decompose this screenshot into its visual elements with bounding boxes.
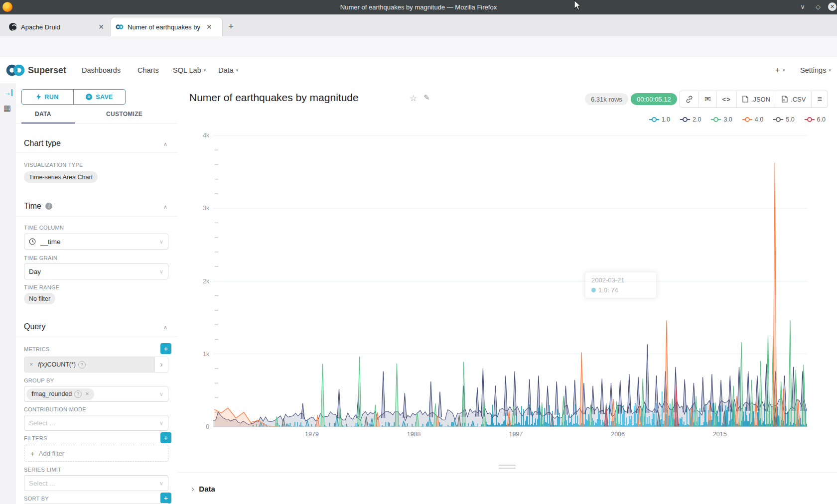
window-maximize-button[interactable]: ◇ [814, 2, 823, 11]
time-column-select[interactable]: __time ∨ [24, 234, 168, 250]
new-tab-button[interactable]: + [228, 21, 234, 32]
tooltip-series-dot [591, 288, 596, 292]
email-button[interactable]: ✉ [699, 91, 717, 107]
section-query: Query [24, 322, 46, 331]
export-button-group: ✉ <> .JSON .CSV ≡ [680, 91, 828, 108]
tab-customize[interactable]: CUSTOMIZE [106, 111, 142, 118]
superset-brand[interactable]: Superset [28, 57, 66, 83]
collapse-chevron-icon[interactable]: ∧ [163, 141, 167, 147]
series-limit-label: SERIES LIMIT [24, 467, 61, 473]
section-time: Time i [24, 202, 52, 211]
svg-text:1k: 1k [203, 351, 210, 358]
time-column-label: TIME COLUMN [24, 225, 64, 231]
dataset-grid-icon[interactable]: ▦ [3, 103, 11, 113]
export-csv-button[interactable]: .CSV [776, 91, 812, 107]
lightning-icon [36, 94, 41, 100]
plus-icon: + [30, 449, 35, 458]
group-by-chip[interactable]: f mag_rounded ? × [26, 388, 94, 400]
collapse-chevron-icon[interactable]: ∧ [163, 324, 167, 331]
remove-metric-icon[interactable]: × [29, 361, 33, 368]
viz-type-value[interactable]: Time-series Area Chart [24, 171, 98, 183]
add-filter-box[interactable]: + Add filter [24, 445, 168, 462]
pane-drag-handle[interactable] [499, 465, 516, 466]
help-icon: ? [78, 361, 86, 369]
link-icon [686, 96, 693, 103]
copy-link-button[interactable] [680, 91, 699, 107]
edit-title-icon[interactable]: ✎ [423, 93, 430, 102]
run-save-group: RUN + SAVE [21, 89, 126, 105]
remove-chip-icon[interactable]: × [85, 390, 89, 397]
pane-drag-handle[interactable] [499, 468, 516, 469]
file-icon [742, 96, 748, 103]
chart-menu-button[interactable]: ≡ [812, 91, 827, 107]
section-chart-type: Chart type [24, 139, 61, 148]
svg-text:1997: 1997 [509, 431, 523, 438]
time-range-label: TIME RANGE [24, 284, 59, 290]
svg-text:2006: 2006 [611, 431, 625, 438]
svg-text:2015: 2015 [713, 431, 727, 438]
window-close-button[interactable]: ✕ [828, 2, 837, 11]
run-button[interactable]: RUN [22, 90, 74, 104]
tab-close-icon[interactable]: ✕ [98, 23, 104, 31]
code-icon: <> [722, 96, 731, 103]
nav-settings[interactable]: Settings▾ [800, 57, 831, 83]
svg-text:1988: 1988 [407, 431, 421, 438]
add-metric-button[interactable]: + [160, 343, 171, 354]
query-timer-badge: 00:00:05.12 [631, 93, 677, 105]
nav-data[interactable]: Data▾ [218, 57, 238, 83]
metric-item[interactable]: × f(x) COUNT(*) ? › [24, 357, 168, 373]
chart-tooltip: 2002-03-21 1.0: 74 [585, 272, 656, 298]
time-range-value[interactable]: No filter [24, 293, 55, 304]
window-minimize-button[interactable]: ∨ [798, 2, 807, 11]
window-title: Numer of earthquakes by magnitude — Mozi… [0, 3, 837, 11]
group-by-select[interactable]: f mag_rounded ? × ∨ [24, 386, 168, 402]
tooltip-date: 2002-03-21 [591, 276, 650, 284]
metrics-label: METRICS [24, 346, 50, 352]
caret-down-icon: ▾ [204, 68, 206, 73]
time-grain-select[interactable]: Day ∨ [24, 263, 168, 279]
envelope-icon: ✉ [704, 95, 711, 104]
contribution-mode-select[interactable]: Select ... ∨ [24, 415, 168, 431]
nav-plus-button[interactable]: +▾ [775, 57, 785, 83]
nav-dashboards[interactable]: Dashboards [82, 57, 121, 83]
expand-datasource-icon[interactable]: → [4, 89, 12, 96]
add-filter-plus-button[interactable]: + [160, 432, 171, 443]
active-tab-underline [21, 123, 75, 124]
sort-by-label: SORT BY [24, 496, 49, 502]
mouse-cursor [574, 0, 581, 11]
control-panel: RUN + SAVE DATA CUSTOMIZE Chart type ∧ V… [16, 83, 178, 504]
caret-down-icon: ▾ [829, 68, 831, 73]
collapse-chevron-icon[interactable]: ∧ [163, 204, 167, 210]
metric-expand-caret[interactable]: › [154, 357, 168, 372]
fx-icon: f(x) [38, 361, 47, 368]
tab-superset-active[interactable]: Numer of earthquakes by ✕ [111, 17, 222, 36]
svg-text:0: 0 [206, 423, 209, 430]
file-icon [782, 96, 788, 103]
group-by-label: GROUP BY [24, 378, 54, 383]
svg-text:4k: 4k [203, 132, 210, 139]
chart-title: Numer of earthquakes by magnitude [189, 92, 359, 104]
export-json-button[interactable]: .JSON [737, 91, 776, 107]
tab-close-icon[interactable]: ✕ [206, 23, 212, 31]
nav-sql-lab[interactable]: SQL Lab▾ [173, 57, 206, 83]
metric-name: COUNT(*) [47, 361, 76, 368]
add-sort-by-button[interactable]: + [160, 493, 171, 504]
row-count-badge: 6.31k rows [585, 93, 628, 105]
time-grain-label: TIME GRAIN [24, 255, 57, 261]
chevron-right-icon: › [192, 484, 194, 494]
info-icon: i [45, 203, 52, 210]
timeseries-area-chart[interactable]: 01k2k3k4k19791988199720062015 [177, 120, 837, 443]
series-limit-select[interactable]: Select ... ∨ [24, 475, 168, 491]
viz-type-label: VISUALIZATION TYPE [24, 162, 83, 168]
save-button[interactable]: + SAVE [74, 90, 125, 104]
data-panel-toggle[interactable]: › Data [192, 485, 215, 493]
tab-data[interactable]: DATA [35, 111, 51, 118]
favorite-star-icon[interactable]: ☆ [410, 93, 417, 104]
tab-apache-druid[interactable]: Apache Druid ✕ [4, 17, 109, 36]
superset-favicon [116, 23, 124, 31]
embed-code-button[interactable]: <> [717, 91, 737, 107]
tab-title: Apache Druid [21, 23, 94, 31]
nav-charts[interactable]: Charts [138, 57, 159, 83]
svg-text:3k: 3k [203, 205, 210, 212]
screen: Numer of earthquakes by magnitude — Mozi… [0, 0, 837, 504]
